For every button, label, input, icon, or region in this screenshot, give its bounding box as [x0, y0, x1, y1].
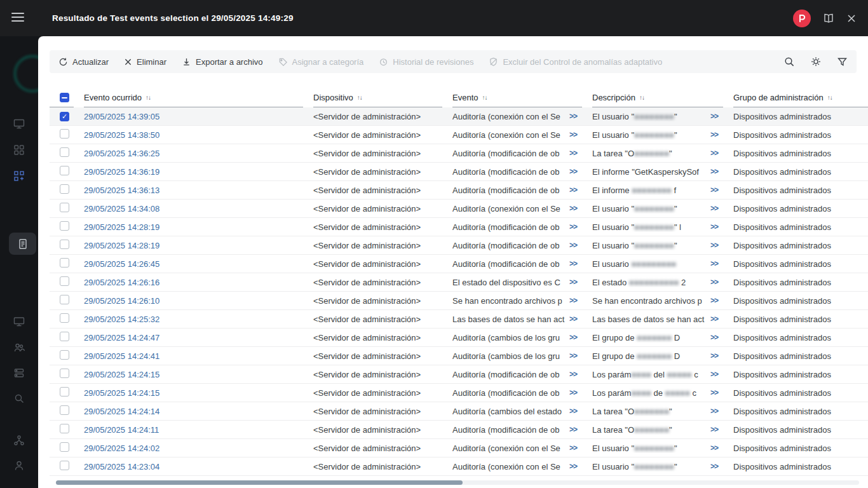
expand-description-link[interactable]: >>	[710, 407, 723, 416]
expand-description-link[interactable]: >>	[710, 149, 723, 158]
expand-event-link[interactable]: >>	[569, 112, 582, 121]
table-row[interactable]: 29/05/2025 14:24:11<Servidor de administ…	[50, 421, 868, 439]
delete-button[interactable]: Eliminar	[124, 57, 166, 67]
event-time-link[interactable]: 29/05/2025 14:24:15	[84, 370, 159, 379]
table-row[interactable]: 29/05/2025 14:23:04<Servidor de administ…	[50, 458, 868, 476]
event-time-link[interactable]: 29/05/2025 14:26:10	[84, 296, 159, 306]
event-time-link[interactable]: 29/05/2025 14:39:05	[84, 112, 159, 121]
expand-description-link[interactable]: >>	[710, 167, 723, 176]
expand-event-link[interactable]: >>	[569, 333, 582, 342]
expand-description-link[interactable]: >>	[710, 259, 723, 268]
column-header-evento[interactable]: Evento ↑↓	[452, 88, 582, 107]
select-all-checkbox[interactable]	[60, 93, 69, 102]
row-checkbox[interactable]	[60, 313, 69, 323]
table-row[interactable]: 29/05/2025 14:36:13<Servidor de administ…	[50, 181, 868, 200]
column-header-dispositivo[interactable]: Dispositivo ↑↓	[313, 88, 442, 107]
sort-icon[interactable]: ↑↓	[482, 94, 487, 101]
expand-event-link[interactable]: >>	[569, 204, 582, 213]
event-time-link[interactable]: 29/05/2025 14:24:02	[84, 444, 159, 453]
row-checkbox[interactable]	[60, 332, 69, 341]
sidebar-item-monitoring[interactable]	[13, 118, 25, 130]
horizontal-scrollbar-thumb[interactable]	[56, 480, 463, 485]
table-row[interactable]: 29/05/2025 14:36:19<Servidor de administ…	[50, 163, 868, 181]
event-time-link[interactable]: 29/05/2025 14:24:41	[84, 351, 159, 361]
row-checkbox[interactable]	[60, 221, 69, 231]
event-time-link[interactable]: 29/05/2025 14:26:45	[84, 259, 159, 269]
refresh-button[interactable]: Actualizar	[58, 57, 109, 67]
table-row[interactable]: 29/05/2025 14:24:14<Servidor de administ…	[50, 402, 868, 421]
expand-event-link[interactable]: >>	[569, 167, 582, 176]
expand-description-link[interactable]: >>	[710, 278, 723, 287]
sort-icon[interactable]: ↑↓	[357, 94, 362, 101]
help-book-icon[interactable]	[822, 13, 835, 24]
sort-icon[interactable]: ↑↓	[146, 94, 151, 101]
expand-description-link[interactable]: >>	[710, 241, 723, 250]
expand-description-link[interactable]: >>	[710, 351, 723, 360]
settings-gear-icon[interactable]	[810, 56, 822, 67]
row-checkbox[interactable]	[60, 276, 69, 286]
expand-description-link[interactable]: >>	[710, 204, 723, 213]
sidebar-item-servers[interactable]	[13, 367, 25, 379]
table-row[interactable]: 29/05/2025 14:24:41<Servidor de administ…	[50, 347, 868, 365]
expand-event-link[interactable]: >>	[569, 315, 582, 323]
event-time-link[interactable]: 29/05/2025 14:36:19	[84, 167, 159, 177]
expand-description-link[interactable]: >>	[710, 425, 723, 434]
row-checkbox[interactable]	[60, 461, 69, 470]
row-checkbox[interactable]	[60, 369, 69, 378]
row-checkbox[interactable]	[60, 350, 69, 360]
expand-event-link[interactable]: >>	[569, 222, 582, 231]
expand-event-link[interactable]: >>	[569, 370, 582, 379]
export-button[interactable]: Exportar a archivo	[182, 57, 263, 67]
table-row[interactable]: 29/05/2025 14:28:19<Servidor de administ…	[50, 236, 868, 255]
expand-description-link[interactable]: >>	[710, 444, 723, 452]
table-row[interactable]: 29/05/2025 14:24:15<Servidor de administ…	[50, 365, 868, 384]
event-time-link[interactable]: 29/05/2025 14:38:50	[84, 130, 159, 140]
row-checkbox[interactable]	[60, 295, 69, 304]
table-row[interactable]: 29/05/2025 14:26:45<Servidor de administ…	[50, 255, 868, 273]
event-time-link[interactable]: 29/05/2025 14:24:47	[84, 333, 159, 342]
row-checkbox[interactable]	[60, 166, 69, 175]
expand-event-link[interactable]: >>	[569, 130, 582, 139]
sidebar-item-search[interactable]	[13, 393, 25, 404]
expand-description-link[interactable]: >>	[710, 388, 723, 397]
event-time-link[interactable]: 29/05/2025 14:28:19	[84, 222, 159, 232]
column-header-evento-ocurrido[interactable]: Evento ocurrido ↑↓	[84, 88, 303, 107]
table-row[interactable]: 29/05/2025 14:28:19<Servidor de administ…	[50, 218, 868, 236]
event-time-link[interactable]: 29/05/2025 14:25:32	[84, 315, 159, 324]
event-time-link[interactable]: 29/05/2025 14:24:14	[84, 407, 159, 416]
expand-description-link[interactable]: >>	[710, 333, 723, 342]
expand-event-link[interactable]: >>	[569, 351, 582, 360]
row-checkbox[interactable]	[60, 405, 69, 415]
exclude-anomaly-control-button[interactable]: Excluir del Control de anomalías adaptat…	[489, 57, 662, 67]
assign-category-button[interactable]: Asignar a categoría	[278, 57, 364, 67]
column-header-grupo-administracion[interactable]: Grupo de administración ↑↓	[733, 88, 868, 107]
expand-event-link[interactable]: >>	[569, 296, 582, 305]
sidebar-item-active[interactable]	[9, 233, 36, 255]
sidebar-item-hierarchy[interactable]	[13, 435, 25, 446]
table-row[interactable]: 29/05/2025 14:24:15<Servidor de administ…	[50, 384, 868, 402]
row-checkbox[interactable]	[60, 240, 69, 249]
sort-icon[interactable]: ↑↓	[827, 94, 832, 101]
column-header-descripcion[interactable]: Descripción ↑↓	[592, 88, 723, 107]
sidebar-item-devices[interactable]	[13, 316, 25, 327]
event-time-link[interactable]: 29/05/2025 14:28:19	[84, 241, 159, 250]
event-time-link[interactable]: 29/05/2025 14:24:15	[84, 388, 159, 398]
event-time-link[interactable]: 29/05/2025 14:36:25	[84, 149, 159, 158]
expand-description-link[interactable]: >>	[710, 186, 723, 194]
row-checkbox[interactable]	[60, 203, 69, 212]
event-time-link[interactable]: 29/05/2025 14:26:16	[84, 278, 159, 287]
table-row[interactable]: 29/05/2025 14:36:25<Servidor de administ…	[50, 144, 868, 163]
event-time-link[interactable]: 29/05/2025 14:23:04	[84, 462, 159, 471]
row-checkbox[interactable]	[60, 424, 69, 433]
expand-description-link[interactable]: >>	[710, 130, 723, 139]
expand-event-link[interactable]: >>	[569, 425, 582, 434]
expand-event-link[interactable]: >>	[569, 186, 582, 194]
filter-icon[interactable]	[837, 57, 848, 67]
expand-description-link[interactable]: >>	[710, 222, 723, 231]
expand-event-link[interactable]: >>	[569, 407, 582, 416]
expand-description-link[interactable]: >>	[710, 462, 723, 471]
table-row[interactable]: 29/05/2025 14:34:08<Servidor de administ…	[50, 200, 868, 218]
table-row[interactable]: 29/05/2025 14:24:02<Servidor de administ…	[50, 439, 868, 458]
row-checkbox[interactable]	[60, 112, 69, 121]
expand-event-link[interactable]: >>	[569, 259, 582, 268]
